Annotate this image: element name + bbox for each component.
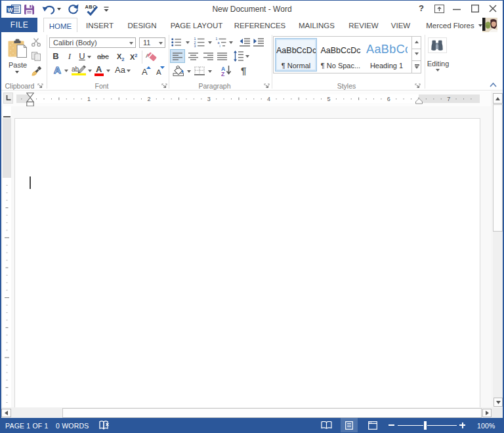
svg-text:7: 7 — [447, 96, 450, 102]
svg-text:3: 3 — [194, 44, 196, 48]
svg-text:W: W — [7, 7, 13, 13]
svg-text:1: 1 — [87, 96, 91, 102]
svg-text:4: 4 — [267, 96, 270, 102]
svg-text:3: 3 — [207, 96, 211, 102]
svg-text:i: i — [220, 44, 220, 48]
svg-text:2: 2 — [147, 96, 150, 102]
svg-text:Z: Z — [221, 71, 224, 76]
svg-text:ab: ab — [72, 66, 79, 73]
svg-text:5: 5 — [327, 96, 330, 102]
svg-text:6: 6 — [387, 96, 390, 102]
